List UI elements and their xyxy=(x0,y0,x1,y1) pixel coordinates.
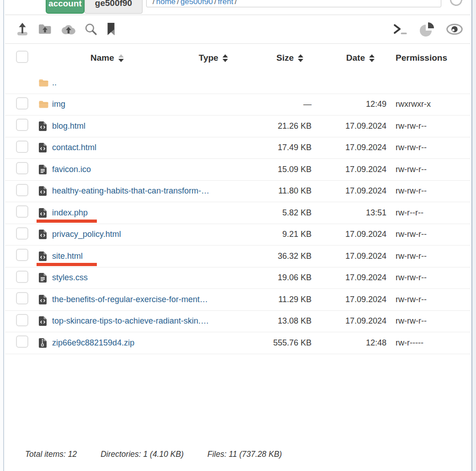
code-file-icon xyxy=(39,251,49,261)
table-header: Name Type Size Date Permissions xyxy=(5,44,471,72)
folder-icon xyxy=(39,100,49,108)
upload-icon[interactable] xyxy=(16,22,29,36)
row-checkbox[interactable] xyxy=(16,292,28,304)
code-file-icon xyxy=(39,208,49,218)
breadcrumb-segment[interactable]: home xyxy=(156,0,176,6)
modified-underline xyxy=(37,220,97,223)
row-checkbox[interactable] xyxy=(16,97,28,110)
sort-arrows-icon xyxy=(298,54,303,62)
breadcrumb[interactable]: /home/ge500f90/freht/ xyxy=(146,0,441,7)
file-size: 17.49 KB xyxy=(243,143,312,152)
row-checkbox[interactable] xyxy=(16,314,28,326)
pie-chart-icon[interactable] xyxy=(419,21,435,37)
file-link[interactable]: privacy_policy.html xyxy=(52,230,121,239)
file-size: 15.09 KB xyxy=(243,165,312,174)
terminal-icon[interactable] xyxy=(393,23,408,36)
file-link[interactable]: blog.html xyxy=(52,121,85,131)
sort-header-name[interactable]: Name xyxy=(90,53,124,63)
row-checkbox[interactable] xyxy=(16,119,28,131)
row-checkbox[interactable] xyxy=(16,227,28,240)
row-checkbox[interactable] xyxy=(16,141,28,153)
file-permissions: rwxrwxr-x xyxy=(386,99,460,109)
table-row: zip66e9c882159d4.zip 555.76 KB 12:48 rw-… xyxy=(5,332,471,354)
code-file-icon xyxy=(39,186,49,196)
cloud-upload-icon[interactable] xyxy=(61,23,76,35)
toolbar xyxy=(5,15,471,44)
row-checkbox[interactable] xyxy=(16,205,28,218)
file-link[interactable]: healthy-eating-habits-that-can-transform… xyxy=(52,186,209,196)
row-checkbox[interactable] xyxy=(16,184,28,196)
top-bar: account ge500f90 /home/ge500f90/freht/ xyxy=(5,0,471,15)
file-size: — xyxy=(243,99,312,109)
file-size: 13.08 KB xyxy=(243,316,312,326)
sort-arrows-icon xyxy=(222,54,228,62)
file-link[interactable]: top-skincare-tips-to-achieve-radiant-ski… xyxy=(52,316,209,326)
table-row: the-benefits-of-regular-exercise-for-men… xyxy=(5,289,471,311)
file-link[interactable]: the-benefits-of-regular-exercise-for-men… xyxy=(52,295,208,304)
breadcrumb-separator: / xyxy=(214,0,217,6)
file-permissions: rw-rw-r-- xyxy=(386,230,460,239)
breadcrumb-segment[interactable]: ge500f90 xyxy=(180,0,213,6)
file-permissions: rw-r--r-- xyxy=(386,208,460,218)
tab-username[interactable]: ge500f90 xyxy=(85,0,143,14)
file-link[interactable]: styles.css xyxy=(52,273,88,283)
row-checkbox[interactable] xyxy=(16,335,28,348)
file-permissions: rw-rw-r-- xyxy=(386,316,460,326)
file-size: 11.80 KB xyxy=(243,186,312,196)
file-permissions: rw-rw-r-- xyxy=(386,186,460,196)
table-row: top-skincare-tips-to-achieve-radiant-ski… xyxy=(5,311,471,333)
file-link[interactable]: .. xyxy=(52,78,57,88)
file-link[interactable]: img xyxy=(52,99,65,109)
breadcrumb-segment[interactable]: freht xyxy=(218,0,233,6)
modified-underline xyxy=(37,263,97,266)
table-row: favicon.ico 15.09 KB 17.09.2024 rw-rw-r-… xyxy=(5,159,471,181)
select-all-checkbox[interactable] xyxy=(16,51,28,63)
file-permissions: rw-rw-r-- xyxy=(386,273,460,283)
sort-header-size[interactable]: Size xyxy=(276,53,303,63)
file-permissions: rw-r----- xyxy=(386,338,460,348)
breadcrumb-separator: / xyxy=(235,0,237,6)
total-items: Total items: 12 xyxy=(25,450,77,459)
file-link[interactable]: site.html xyxy=(52,251,83,261)
header-permissions: Permissions xyxy=(386,53,460,63)
file-date: 17.09.2024 xyxy=(312,230,386,239)
search-icon[interactable] xyxy=(85,23,97,36)
table-row: contact.html 17.49 KB 17.09.2024 rw-rw-r… xyxy=(5,137,471,159)
row-checkbox[interactable] xyxy=(16,249,28,261)
directories-summary: Directories: 1 (4.10 KB) xyxy=(100,450,184,459)
row-checkbox[interactable] xyxy=(16,271,28,283)
text-file-icon xyxy=(39,273,49,283)
bookmark-icon[interactable] xyxy=(106,23,116,36)
file-link[interactable]: contact.html xyxy=(52,143,96,152)
folder-upload-icon[interactable] xyxy=(38,23,52,35)
file-date: 12:49 xyxy=(312,99,386,109)
file-manager: account ge500f90 /home/ge500f90/freht/ N… xyxy=(5,0,471,471)
code-file-icon xyxy=(39,295,49,304)
table-row: healthy-eating-habits-that-can-transform… xyxy=(5,181,471,203)
table-row: styles.css 19.06 KB 17.09.2024 rw-rw-r-- xyxy=(5,267,471,289)
table-row: blog.html 21.26 KB 17.09.2024 rw-rw-r-- xyxy=(5,115,471,137)
table-row: .. xyxy=(5,72,471,94)
tab-account[interactable]: account xyxy=(46,0,85,14)
file-link[interactable]: favicon.ico xyxy=(52,165,91,174)
table-row: img — 12:49 rwxrwxr-x xyxy=(5,94,471,116)
file-date: 12:48 xyxy=(312,338,386,348)
text-file-icon xyxy=(39,165,49,174)
sort-header-date[interactable]: Date xyxy=(346,53,375,63)
scrollbar-track[interactable] xyxy=(471,0,476,471)
sort-header-type[interactable]: Type xyxy=(199,53,228,63)
code-file-icon xyxy=(39,143,49,152)
file-date: 17.09.2024 xyxy=(312,316,386,326)
file-size: 11.29 KB xyxy=(243,295,312,304)
eye-icon[interactable] xyxy=(446,23,463,35)
code-file-icon xyxy=(39,316,49,326)
zip-file-icon xyxy=(39,338,49,348)
file-link[interactable]: zip66e9c882159d4.zip xyxy=(52,338,134,348)
file-permissions: rw-rw-r-- xyxy=(386,295,460,304)
file-link[interactable]: index.php xyxy=(52,208,88,218)
code-file-icon xyxy=(39,230,49,239)
file-date: 17.09.2024 xyxy=(312,143,386,152)
row-checkbox[interactable] xyxy=(16,162,28,174)
file-date: 17.09.2024 xyxy=(312,186,386,196)
refresh-icon[interactable] xyxy=(448,0,464,8)
